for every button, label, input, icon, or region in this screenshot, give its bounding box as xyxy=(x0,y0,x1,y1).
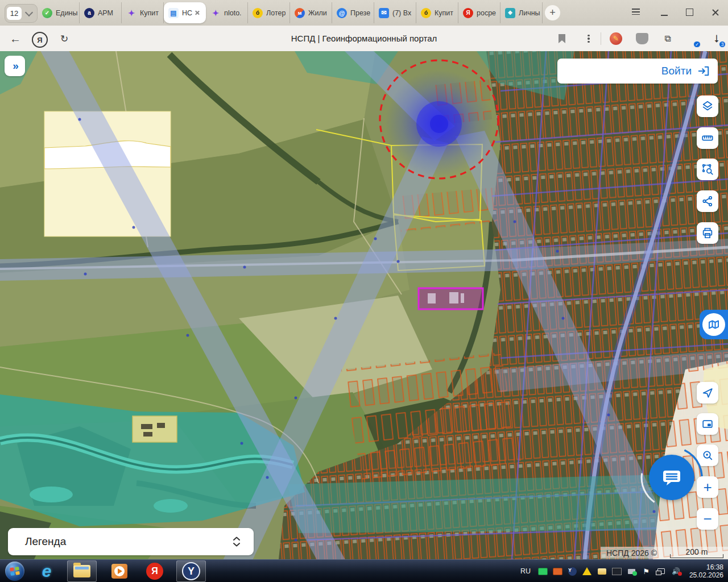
print-button[interactable] xyxy=(697,222,718,244)
sparkle-icon xyxy=(210,8,221,18)
select-area-search-button[interactable] xyxy=(697,159,718,180)
login-label: Войти xyxy=(661,65,692,77)
yandex-app-button[interactable]: Я xyxy=(140,560,169,582)
windows-taskbar: e Я Y RU Y ⚑ 🔊 16:38 25.02.2026 xyxy=(0,559,728,582)
tab-kupit-2[interactable]: Купит xyxy=(416,2,458,23)
downloads-icon[interactable]: ⭣ 3 xyxy=(709,31,725,47)
new-tab-button[interactable]: + xyxy=(545,5,560,20)
downloads-badge: 3 xyxy=(719,41,726,48)
file-explorer-button[interactable] xyxy=(67,560,97,582)
internet-explorer-button[interactable]: e xyxy=(32,560,61,582)
back-icon[interactable]: ← xyxy=(8,31,23,46)
extension-pencil-icon[interactable] xyxy=(610,32,622,45)
remote-display-tray-icon[interactable] xyxy=(538,567,548,576)
tab-counter-value: 12 xyxy=(7,7,22,20)
chevron-updown-icon xyxy=(232,536,241,547)
yandex-red-icon: Я xyxy=(146,563,163,580)
tab-zhili[interactable]: Жили xyxy=(290,2,332,23)
window-maximize-button[interactable] xyxy=(684,7,695,18)
volume-muted-icon[interactable]: 🔊 xyxy=(671,567,681,576)
media-player-button[interactable] xyxy=(105,560,134,582)
measure-button[interactable] xyxy=(697,127,718,149)
browser-tab-strip: 12 Едины АРМ Купит НС nloto. Лотер Жили … xyxy=(0,0,728,26)
usb-remove-tray-icon[interactable] xyxy=(627,567,636,576)
browser-menu-icon[interactable] xyxy=(630,7,642,18)
legend-label: Легенда xyxy=(25,535,66,548)
browser-toolbar: ← Я ↻ nspd.gov.ru НСПД | Геоинформационн… xyxy=(0,26,728,52)
expand-sidebar-icon: » xyxy=(13,60,17,72)
side-panel-tab[interactable] xyxy=(700,310,728,339)
map-canvas[interactable]: » Войти xyxy=(0,51,728,559)
legend-dropdown[interactable]: Легенда xyxy=(8,528,254,555)
print-icon xyxy=(701,227,714,239)
share-icon xyxy=(701,195,714,207)
arm-app-icon xyxy=(84,8,94,18)
tab-inbox[interactable]: (7) Вх xyxy=(374,2,416,23)
locate-icon xyxy=(701,386,714,399)
tab-counter-chip[interactable]: 12 xyxy=(5,4,38,23)
plus-icon: + xyxy=(703,480,712,494)
kaspersky-tray-icon[interactable] xyxy=(582,567,592,576)
bookmark-icon[interactable] xyxy=(555,31,569,46)
screenshot-tray-icon[interactable] xyxy=(612,567,622,576)
tab-nloto[interactable]: nloto. xyxy=(206,2,248,23)
screen: 12 Едины АРМ Купит НС nloto. Лотер Жили … xyxy=(0,0,728,582)
scale-bracket xyxy=(670,554,723,558)
zoom-out-button[interactable]: − xyxy=(697,508,718,530)
mailru-at-icon xyxy=(337,8,347,18)
layers-button[interactable] xyxy=(697,95,718,117)
yandex-browser-icon: Y xyxy=(182,562,200,580)
login-panel[interactable]: Войти xyxy=(557,59,718,84)
chat-icon xyxy=(661,467,682,488)
tab-kupit-1[interactable]: Купит xyxy=(122,2,164,23)
gosuslugi-shield-icon xyxy=(505,8,515,18)
folder-info-tray-icon[interactable] xyxy=(597,567,607,576)
tab-close-icon[interactable] xyxy=(195,10,200,15)
login-icon xyxy=(697,65,710,77)
extension-tabs-icon[interactable]: ⧉ xyxy=(660,31,676,47)
start-button[interactable] xyxy=(1,560,28,582)
yandex-icon xyxy=(463,8,473,18)
internet-explorer-icon: e xyxy=(42,562,52,581)
taskbar-clock[interactable]: 16:38 25.02.2026 xyxy=(689,563,723,579)
windows-logo-icon xyxy=(5,562,24,581)
ruler-icon xyxy=(701,132,714,144)
clock-date: 25.02.2026 xyxy=(689,571,723,579)
attribution-text: НСПД 2026 © xyxy=(606,548,657,558)
yandex-logo-icon[interactable]: Я xyxy=(32,32,48,48)
expand-sidebar-button[interactable]: » xyxy=(5,56,25,76)
share-button[interactable] xyxy=(697,190,718,212)
clock-time: 16:38 xyxy=(689,563,723,571)
display-settings-tray-icon[interactable] xyxy=(553,567,562,576)
minimap-icon xyxy=(701,418,714,430)
system-tray: RU Y ⚑ 🔊 16:38 25.02.2026 xyxy=(520,560,728,582)
extension-shield-icon[interactable] xyxy=(636,33,648,44)
network-tray-icon[interactable] xyxy=(656,567,666,576)
action-center-flag-icon[interactable]: ⚑ xyxy=(642,567,651,576)
tab-lichny[interactable]: Личны xyxy=(500,2,543,23)
place-search-button[interactable] xyxy=(697,444,718,466)
extension-screenshot-icon[interactable]: ✓ xyxy=(684,31,700,47)
locate-button[interactable] xyxy=(697,382,718,404)
tab-nspd-active[interactable]: НС xyxy=(164,2,206,23)
yandex-browser-button[interactable]: Y xyxy=(176,560,206,582)
minimap-button[interactable] xyxy=(697,413,718,435)
chevron-down-icon xyxy=(25,8,33,16)
support-chat-button[interactable] xyxy=(649,455,694,500)
tab-arm[interactable]: АРМ xyxy=(80,2,122,23)
tab-rosre[interactable]: росре xyxy=(458,2,500,23)
zhilfond-icon xyxy=(295,8,305,18)
folder-icon xyxy=(73,565,90,577)
window-close-button[interactable] xyxy=(710,7,721,18)
language-indicator[interactable]: RU xyxy=(520,567,531,575)
more-options-icon[interactable] xyxy=(581,31,596,46)
minus-icon: − xyxy=(703,512,712,526)
zoom-in-button[interactable]: + xyxy=(697,476,718,498)
tab-ediny[interactable]: Едины xyxy=(38,2,80,23)
tab-preze[interactable]: Презе xyxy=(332,2,374,23)
yandex-tray-icon[interactable]: Y xyxy=(568,567,577,576)
stoloto-icon xyxy=(421,8,431,18)
tab-loter[interactable]: Лотер xyxy=(248,2,290,23)
reload-icon[interactable]: ↻ xyxy=(57,31,72,46)
window-minimize-button[interactable] xyxy=(659,7,670,18)
